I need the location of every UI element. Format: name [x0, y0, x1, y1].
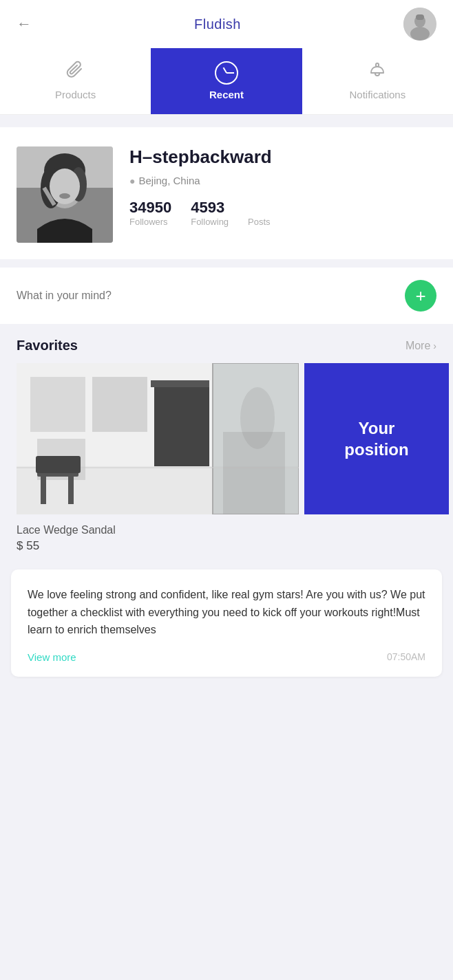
profile-name: H–stepbackward [129, 146, 436, 168]
tabs-bar: Products Recent Notifications [0, 48, 453, 115]
svg-point-11 [50, 168, 80, 204]
post-add-button[interactable]: + [405, 280, 436, 312]
product-image [17, 363, 299, 514]
posts-count [248, 199, 271, 217]
product-info: Lace Wedge Sandal $ 55 [0, 514, 453, 560]
room-image-svg [17, 363, 299, 514]
avatar-svg [403, 8, 436, 41]
location-icon: ● [129, 175, 135, 186]
app-title: Fludish [194, 17, 241, 32]
post-card: We love feeling strong and confident, li… [11, 569, 442, 677]
profile-stats: 34950 Followers 4593 Following Posts [129, 199, 436, 227]
profile-location: ● Bejing, China [129, 175, 436, 186]
bell-icon [368, 61, 387, 85]
svg-rect-4 [376, 63, 379, 67]
tab-recent[interactable]: Recent [151, 48, 302, 114]
favorites-header: Favorites More › [0, 324, 453, 363]
profile-section: H–stepbackward ● Bejing, China 34950 Fol… [0, 127, 453, 259]
post-input-section: + [0, 268, 453, 324]
svg-point-12 [59, 193, 70, 199]
paperclip-icon [66, 61, 85, 85]
posts-label: Posts [248, 217, 271, 227]
svg-rect-3 [416, 14, 424, 20]
post-footer: View more 07:50AM [28, 651, 425, 663]
plus-icon: + [415, 287, 425, 305]
favorites-carousel: Your position [0, 363, 453, 514]
svg-rect-27 [36, 456, 81, 473]
more-label: More [405, 340, 430, 352]
tab-recent-label: Recent [209, 89, 244, 100]
profile-info: H–stepbackward ● Bejing, China 34950 Fol… [129, 146, 436, 227]
favorites-title: Favorites [17, 338, 78, 353]
svg-rect-26 [68, 477, 74, 504]
svg-rect-25 [41, 477, 46, 504]
post-timestamp: 07:50AM [387, 651, 425, 662]
post-body: We love feeling strong and confident, li… [28, 586, 425, 639]
profile-photo [17, 146, 113, 243]
tab-notifications-label: Notifications [349, 89, 405, 100]
back-button[interactable]: ← [17, 15, 32, 33]
view-more-link[interactable]: View more [28, 651, 76, 663]
avatar-image [403, 8, 436, 41]
stat-followers: 34950 Followers [129, 199, 171, 227]
header: ← Fludish [0, 0, 453, 48]
stat-following: 4593 Following [191, 199, 229, 227]
favorite-card-placeholder[interactable]: Your position [304, 363, 449, 514]
chevron-right-icon: › [433, 340, 436, 351]
profile-photo-svg [17, 146, 113, 243]
location-text: Bejing, China [138, 175, 200, 186]
product-price: $ 55 [17, 539, 436, 553]
clock-icon [215, 61, 238, 85]
followers-count: 34950 [129, 199, 171, 217]
following-label: Following [191, 217, 229, 227]
followers-label: Followers [129, 217, 171, 227]
svg-rect-20 [151, 380, 209, 387]
svg-rect-16 [30, 377, 85, 432]
placeholder-label: Your position [344, 417, 408, 460]
post-input[interactable] [17, 290, 395, 302]
tab-notifications[interactable]: Notifications [302, 48, 453, 114]
tab-products-label: Products [55, 89, 96, 100]
favorite-card-1[interactable] [0, 363, 299, 514]
svg-rect-19 [154, 384, 209, 466]
svg-point-2 [410, 27, 430, 41]
svg-rect-17 [92, 377, 147, 432]
tab-products[interactable]: Products [0, 48, 151, 114]
following-count: 4593 [191, 199, 229, 217]
svg-point-29 [240, 387, 275, 449]
avatar[interactable] [403, 8, 436, 41]
stat-posts: Posts [248, 199, 271, 227]
product-name: Lace Wedge Sandal [17, 524, 436, 536]
favorites-more-button[interactable]: More › [405, 340, 436, 352]
